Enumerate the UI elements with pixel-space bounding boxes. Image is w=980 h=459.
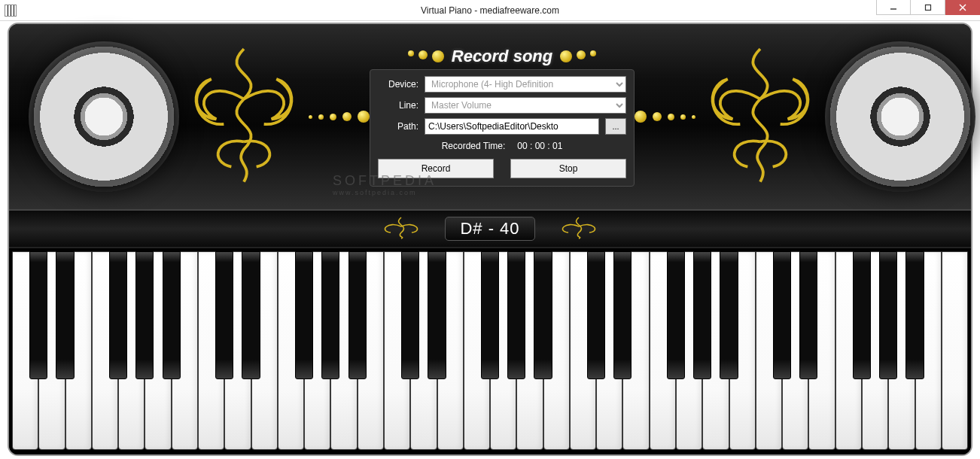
recorded-time-label: Recorded Time:	[442, 141, 506, 151]
black-key[interactable]	[799, 251, 817, 379]
black-key[interactable]	[295, 251, 313, 379]
black-key[interactable]	[613, 251, 632, 379]
black-key[interactable]	[401, 251, 419, 379]
right-mini-ornament-icon	[549, 214, 609, 243]
svg-rect-1	[925, 5, 930, 10]
app-body: Record song Device: Microphone (4- High …	[0, 21, 980, 459]
black-key[interactable]	[587, 251, 605, 379]
line-label: Line:	[378, 100, 418, 111]
window-controls	[876, 0, 980, 20]
left-dots-icon	[309, 111, 370, 123]
white-key[interactable]	[942, 251, 968, 450]
browse-button[interactable]: ...	[605, 118, 626, 135]
black-key[interactable]	[507, 251, 525, 379]
recorded-time-value: 00 : 00 : 01	[517, 141, 562, 151]
black-key[interactable]	[720, 251, 738, 379]
piano-frame: Record song Device: Microphone (4- High …	[8, 23, 972, 456]
black-key[interactable]	[321, 251, 339, 379]
left-speaker-icon	[29, 41, 179, 192]
top-panel: Record song Device: Microphone (4- High …	[9, 24, 971, 209]
black-key[interactable]	[215, 251, 233, 379]
right-speaker-icon	[825, 41, 975, 192]
record-panel: Record song Device: Microphone (4- High …	[370, 47, 635, 187]
stop-button[interactable]: Stop	[510, 159, 626, 178]
window-titlebar: Virtual Piano - mediafreeware.com	[0, 0, 980, 21]
black-key[interactable]	[29, 251, 47, 379]
device-select[interactable]: Microphone (4- High Definition	[425, 76, 626, 93]
note-display: D# - 40	[445, 217, 535, 241]
device-label: Device:	[378, 79, 418, 90]
path-input[interactable]	[425, 118, 599, 135]
record-button[interactable]: Record	[378, 159, 494, 178]
line-select[interactable]: Master Volume	[425, 97, 626, 114]
black-key[interactable]	[693, 251, 711, 379]
note-bar: D# - 40	[9, 209, 971, 248]
right-dots-icon	[635, 111, 695, 123]
right-ornament-icon	[695, 41, 825, 192]
app-icon	[5, 5, 17, 17]
black-key[interactable]	[667, 251, 685, 379]
close-button[interactable]	[945, 0, 980, 15]
black-key[interactable]	[773, 251, 791, 379]
black-key[interactable]	[135, 251, 154, 379]
black-key[interactable]	[879, 251, 897, 379]
black-key[interactable]	[853, 251, 871, 379]
black-key[interactable]	[428, 251, 446, 379]
black-key[interactable]	[905, 251, 924, 379]
black-key[interactable]	[109, 251, 127, 379]
black-key[interactable]	[242, 251, 260, 379]
black-key[interactable]	[56, 251, 74, 379]
black-key[interactable]	[348, 251, 367, 379]
left-ornament-icon	[179, 41, 309, 192]
left-mini-ornament-icon	[371, 214, 431, 243]
black-key[interactable]	[481, 251, 499, 379]
minimize-button[interactable]	[876, 0, 911, 15]
record-box: Device: Microphone (4- High Definition L…	[370, 69, 635, 187]
window-title: Virtual Piano - mediafreeware.com	[0, 5, 980, 16]
black-key[interactable]	[534, 251, 552, 379]
black-key[interactable]	[163, 251, 181, 379]
record-heading-row: Record song	[408, 47, 596, 66]
keyboard	[9, 248, 971, 454]
path-label: Path:	[378, 121, 418, 132]
record-heading: Record song	[452, 47, 552, 66]
maximize-button[interactable]	[911, 0, 945, 15]
